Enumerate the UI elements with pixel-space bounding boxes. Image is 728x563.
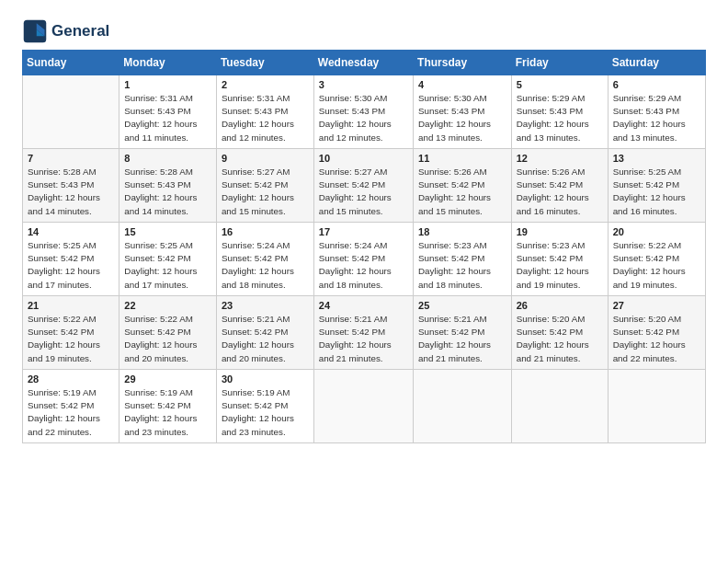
day-number: 21 — [28, 300, 114, 311]
calendar-cell: 15Sunrise: 5:25 AM Sunset: 5:42 PM Dayli… — [119, 223, 217, 296]
calendar-cell: 10Sunrise: 5:27 AM Sunset: 5:42 PM Dayli… — [313, 149, 413, 223]
calendar-cell: 8Sunrise: 5:28 AM Sunset: 5:43 PM Daylig… — [119, 149, 217, 223]
calendar-week-row: 1Sunrise: 5:31 AM Sunset: 5:43 PM Daylig… — [23, 75, 706, 149]
calendar-cell — [608, 370, 705, 443]
day-info: Sunrise: 5:20 AM Sunset: 5:42 PM Dayligh… — [517, 313, 603, 365]
day-info: Sunrise: 5:25 AM Sunset: 5:42 PM Dayligh… — [124, 239, 211, 292]
calendar-week-row: 7Sunrise: 5:28 AM Sunset: 5:43 PM Daylig… — [23, 149, 706, 223]
day-number: 17 — [319, 226, 408, 237]
calendar-cell: 5Sunrise: 5:29 AM Sunset: 5:43 PM Daylig… — [511, 75, 608, 149]
day-number: 18 — [418, 226, 506, 237]
day-number: 7 — [28, 153, 114, 164]
day-info: Sunrise: 5:27 AM Sunset: 5:42 PM Dayligh… — [319, 166, 408, 218]
day-number: 15 — [124, 226, 211, 237]
calendar-cell: 26Sunrise: 5:20 AM Sunset: 5:42 PM Dayli… — [511, 296, 608, 370]
weekday-header: Thursday — [414, 51, 512, 75]
day-info: Sunrise: 5:21 AM Sunset: 5:42 PM Dayligh… — [418, 313, 506, 365]
day-info: Sunrise: 5:26 AM Sunset: 5:42 PM Dayligh… — [418, 166, 506, 218]
day-number: 10 — [319, 153, 408, 164]
day-info: Sunrise: 5:31 AM Sunset: 5:43 PM Dayligh… — [222, 92, 309, 144]
day-info: Sunrise: 5:19 AM Sunset: 5:42 PM Dayligh… — [222, 386, 309, 439]
calendar-cell: 30Sunrise: 5:19 AM Sunset: 5:42 PM Dayli… — [216, 370, 313, 443]
day-info: Sunrise: 5:23 AM Sunset: 5:42 PM Dayligh… — [517, 239, 603, 292]
day-info: Sunrise: 5:30 AM Sunset: 5:43 PM Dayligh… — [418, 92, 506, 144]
weekday-header: Friday — [511, 51, 608, 75]
day-info: Sunrise: 5:25 AM Sunset: 5:42 PM Dayligh… — [613, 166, 700, 218]
calendar-cell: 4Sunrise: 5:30 AM Sunset: 5:43 PM Daylig… — [414, 75, 512, 149]
day-number: 12 — [517, 153, 603, 164]
day-info: Sunrise: 5:29 AM Sunset: 5:43 PM Dayligh… — [613, 92, 700, 144]
day-number: 3 — [319, 79, 408, 90]
calendar-cell: 3Sunrise: 5:30 AM Sunset: 5:43 PM Daylig… — [313, 75, 413, 149]
day-info: Sunrise: 5:27 AM Sunset: 5:42 PM Dayligh… — [222, 166, 309, 218]
day-number: 24 — [319, 300, 408, 311]
day-number: 19 — [517, 226, 603, 237]
calendar-cell: 17Sunrise: 5:24 AM Sunset: 5:42 PM Dayli… — [313, 223, 413, 296]
day-info: Sunrise: 5:22 AM Sunset: 5:42 PM Dayligh… — [124, 313, 211, 365]
day-number: 20 — [613, 226, 700, 237]
day-info: Sunrise: 5:30 AM Sunset: 5:43 PM Dayligh… — [319, 92, 408, 144]
day-number: 11 — [418, 153, 506, 164]
day-info: Sunrise: 5:20 AM Sunset: 5:42 PM Dayligh… — [613, 313, 700, 365]
calendar-cell: 19Sunrise: 5:23 AM Sunset: 5:42 PM Dayli… — [511, 223, 608, 296]
calendar-cell — [414, 370, 512, 443]
day-info: Sunrise: 5:21 AM Sunset: 5:42 PM Dayligh… — [222, 313, 309, 365]
day-number: 14 — [28, 226, 114, 237]
day-number: 22 — [124, 300, 211, 311]
weekday-header: Monday — [119, 51, 217, 75]
day-info: Sunrise: 5:24 AM Sunset: 5:42 PM Dayligh… — [319, 239, 408, 292]
calendar-cell: 2Sunrise: 5:31 AM Sunset: 5:43 PM Daylig… — [216, 75, 313, 149]
calendar-cell: 24Sunrise: 5:21 AM Sunset: 5:42 PM Dayli… — [313, 296, 413, 370]
day-info: Sunrise: 5:24 AM Sunset: 5:42 PM Dayligh… — [222, 239, 309, 292]
day-number: 5 — [517, 79, 603, 90]
logo-icon — [22, 18, 48, 44]
calendar-cell: 11Sunrise: 5:26 AM Sunset: 5:42 PM Dayli… — [414, 149, 512, 223]
day-number: 29 — [124, 373, 211, 385]
page-header: General — [22, 18, 706, 44]
calendar-cell: 28Sunrise: 5:19 AM Sunset: 5:42 PM Dayli… — [23, 370, 119, 443]
calendar-cell: 7Sunrise: 5:28 AM Sunset: 5:43 PM Daylig… — [23, 149, 119, 223]
calendar-cell: 21Sunrise: 5:22 AM Sunset: 5:42 PM Dayli… — [23, 296, 119, 370]
weekday-header: Saturday — [608, 51, 705, 75]
weekday-header: Wednesday — [313, 51, 413, 75]
day-number: 30 — [222, 373, 309, 385]
day-number: 6 — [613, 79, 700, 90]
day-info: Sunrise: 5:23 AM Sunset: 5:42 PM Dayligh… — [418, 239, 506, 292]
day-info: Sunrise: 5:22 AM Sunset: 5:42 PM Dayligh… — [613, 239, 700, 292]
day-number: 27 — [613, 300, 700, 311]
day-number: 1 — [124, 79, 211, 90]
day-info: Sunrise: 5:28 AM Sunset: 5:43 PM Dayligh… — [124, 166, 211, 218]
calendar-cell: 1Sunrise: 5:31 AM Sunset: 5:43 PM Daylig… — [119, 75, 217, 149]
calendar-cell — [23, 75, 119, 149]
calendar-cell: 20Sunrise: 5:22 AM Sunset: 5:42 PM Dayli… — [608, 223, 705, 296]
calendar-header-row: SundayMondayTuesdayWednesdayThursdayFrid… — [23, 51, 706, 75]
calendar-cell: 13Sunrise: 5:25 AM Sunset: 5:42 PM Dayli… — [608, 149, 705, 223]
calendar-cell: 27Sunrise: 5:20 AM Sunset: 5:42 PM Dayli… — [608, 296, 705, 370]
weekday-header: Sunday — [23, 51, 119, 75]
calendar-cell: 12Sunrise: 5:26 AM Sunset: 5:42 PM Dayli… — [511, 149, 608, 223]
day-info: Sunrise: 5:29 AM Sunset: 5:43 PM Dayligh… — [517, 92, 603, 144]
calendar-week-row: 14Sunrise: 5:25 AM Sunset: 5:42 PM Dayli… — [23, 223, 706, 296]
calendar-cell: 23Sunrise: 5:21 AM Sunset: 5:42 PM Dayli… — [216, 296, 313, 370]
day-info: Sunrise: 5:19 AM Sunset: 5:42 PM Dayligh… — [124, 386, 211, 439]
calendar-cell: 6Sunrise: 5:29 AM Sunset: 5:43 PM Daylig… — [608, 75, 705, 149]
day-number: 4 — [418, 79, 506, 90]
calendar-table: SundayMondayTuesdayWednesdayThursdayFrid… — [22, 50, 706, 443]
day-info: Sunrise: 5:28 AM Sunset: 5:43 PM Dayligh… — [28, 166, 114, 218]
logo-text: General — [51, 22, 109, 40]
calendar-cell: 9Sunrise: 5:27 AM Sunset: 5:42 PM Daylig… — [216, 149, 313, 223]
day-info: Sunrise: 5:26 AM Sunset: 5:42 PM Dayligh… — [517, 166, 603, 218]
calendar-cell: 18Sunrise: 5:23 AM Sunset: 5:42 PM Dayli… — [414, 223, 512, 296]
calendar-cell: 16Sunrise: 5:24 AM Sunset: 5:42 PM Dayli… — [216, 223, 313, 296]
day-number: 23 — [222, 300, 309, 311]
day-number: 13 — [613, 153, 700, 164]
day-number: 2 — [222, 79, 309, 90]
day-number: 8 — [124, 153, 211, 164]
day-number: 16 — [222, 226, 309, 237]
day-info: Sunrise: 5:19 AM Sunset: 5:42 PM Dayligh… — [28, 386, 114, 439]
day-number: 26 — [517, 300, 603, 311]
calendar-cell: 22Sunrise: 5:22 AM Sunset: 5:42 PM Dayli… — [119, 296, 217, 370]
calendar-week-row: 21Sunrise: 5:22 AM Sunset: 5:42 PM Dayli… — [23, 296, 706, 370]
calendar-cell: 29Sunrise: 5:19 AM Sunset: 5:42 PM Dayli… — [119, 370, 217, 443]
day-number: 28 — [28, 373, 114, 385]
